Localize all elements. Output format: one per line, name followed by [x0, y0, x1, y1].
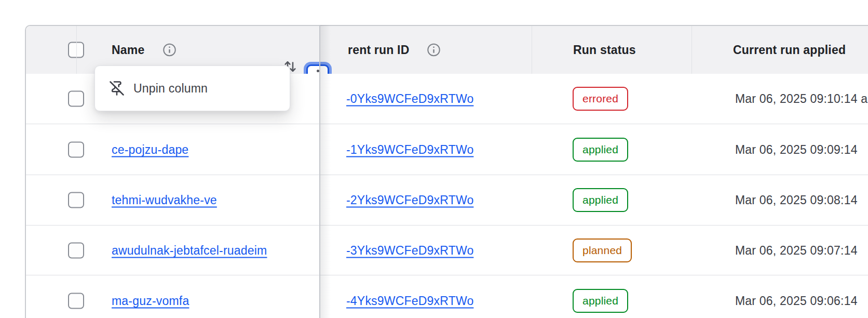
current-run-applied-timestamp: Mar 06, 2025 09:10:14 a: [735, 92, 867, 106]
current-run-applied-timestamp: Mar 06, 2025 09:09:14: [735, 142, 858, 156]
run-id-link[interactable]: -2Yks9WCFeD9xRTWo: [346, 193, 473, 207]
pin-off-icon: [109, 81, 125, 96]
info-icon[interactable]: [162, 43, 177, 57]
column-menu-dropdown: Unpin column: [94, 65, 290, 111]
column-header-current-run-id: rent run ID: [348, 43, 409, 57]
pinned-column-shadow: [320, 25, 331, 318]
run-status-badge: planned: [573, 239, 632, 262]
current-run-applied-timestamp: Mar 06, 2025 09:08:14: [735, 193, 858, 207]
info-icon[interactable]: [427, 43, 441, 57]
run-status-badge: applied: [573, 188, 628, 212]
column-header-current-run-applied: Current run applied: [733, 43, 846, 57]
table-row: awudulnak-jebtafcel-ruadeim -3Yks9WCFeD9…: [26, 226, 868, 275]
row-checkbox[interactable]: [68, 192, 84, 208]
workspace-name-link[interactable]: ma-guz-vomfa: [112, 294, 189, 308]
run-status-badge: errored: [573, 87, 628, 111]
row-checkbox[interactable]: [68, 293, 84, 309]
table-row: tehmi-wudvakhe-ve -2Yks9WCFeD9xRTWo appl…: [26, 175, 868, 226]
run-status-badge: applied: [573, 289, 628, 313]
current-run-applied-timestamp: Mar 06, 2025 09:06:14: [735, 294, 858, 308]
current-run-applied-timestamp: Mar 06, 2025 09:07:14: [735, 243, 858, 257]
workspace-name-link[interactable]: tehmi-wudvakhe-ve: [112, 193, 217, 207]
column-header-run-status: Run status: [573, 43, 636, 57]
menu-item-unpin-column[interactable]: Unpin column: [133, 82, 208, 96]
workspace-name-link[interactable]: ce-pojzu-dape: [112, 142, 188, 156]
column-header-name: Name: [112, 43, 144, 57]
run-id-link[interactable]: -4Yks9WCFeD9xRTWo: [346, 294, 473, 308]
row-checkbox[interactable]: [68, 242, 84, 258]
row-checkbox[interactable]: [68, 91, 84, 107]
row-checkbox[interactable]: [68, 141, 84, 157]
run-id-link[interactable]: -3Yks9WCFeD9xRTWo: [346, 243, 473, 257]
table-row: ce-pojzu-dape -1Yks9WCFeD9xRTWo applied …: [26, 124, 868, 175]
workspace-name-link[interactable]: awudulnak-jebtafcel-ruadeim: [112, 243, 267, 257]
run-id-link[interactable]: -1Yks9WCFeD9xRTWo: [346, 142, 473, 156]
run-status-badge: applied: [573, 138, 628, 162]
run-id-link[interactable]: -0Yks9WCFeD9xRTWo: [346, 92, 473, 106]
table-row: ma-guz-vomfa -4Yks9WCFeD9xRTWo applied M…: [26, 275, 868, 318]
